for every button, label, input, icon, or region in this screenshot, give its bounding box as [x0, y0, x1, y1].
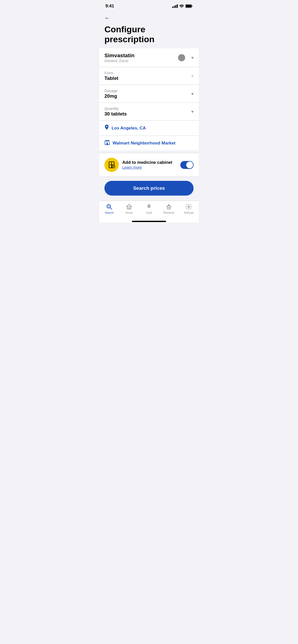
chevron-down-icon: ▾: [191, 55, 194, 61]
prescription-config-section: Simvastatin Generic Zocor ▾ Form Tablet …: [99, 48, 199, 150]
form-label: Form: [104, 71, 188, 75]
svg-line-10: [110, 208, 112, 210]
tab-rewards[interactable]: Rewards: [161, 203, 177, 214]
svg-rect-3: [106, 143, 108, 145]
signal-icon: [172, 4, 178, 8]
search-tab-icon: [106, 203, 113, 210]
quantity-selector-row[interactable]: Quantity 30 tablets ▾: [99, 103, 199, 120]
svg-rect-2: [186, 5, 191, 7]
quantity-label: Quantity: [104, 106, 188, 111]
store-icon: [104, 140, 110, 146]
status-time: 9:41: [105, 4, 114, 9]
svg-rect-13: [128, 208, 130, 209]
home-indicator: [99, 219, 199, 223]
store-text: Walmart Neighborhood Market: [113, 141, 175, 146]
tab-gold[interactable]: Gold: [141, 203, 157, 214]
tab-settings[interactable]: Settings: [181, 203, 196, 214]
search-prices-button[interactable]: Search prices: [104, 181, 194, 196]
status-bar: 9:41: [99, 0, 199, 11]
drug-icon-dot: [178, 54, 185, 61]
chevron-down-icon: ▾: [191, 73, 194, 79]
tab-home[interactable]: Home: [121, 203, 137, 214]
rewards-tab-label: Rewards: [163, 211, 174, 214]
location-pin-icon: [104, 125, 109, 131]
quantity-value: 30 tablets: [104, 111, 188, 117]
medicine-cabinet-icon: [104, 158, 119, 172]
cabinet-svg-icon: [107, 161, 116, 169]
medicine-cabinet-section: Add to medicine cabinet Learn more: [99, 153, 199, 177]
home-tab-label: Home: [125, 211, 133, 214]
chevron-down-icon: ▾: [191, 109, 194, 114]
search-prices-section: Search prices: [99, 177, 199, 201]
search-tab-label: Search: [105, 211, 114, 214]
battery-icon: [185, 4, 193, 8]
settings-tab-label: Settings: [184, 211, 194, 214]
wifi-icon: [179, 5, 184, 8]
toggle-track: [180, 161, 194, 169]
gold-tab-label: Gold: [146, 211, 152, 214]
drug-generic-name: Generic Zocor: [104, 58, 178, 63]
rewards-tab-icon: [166, 203, 172, 210]
status-icons: [172, 4, 193, 8]
home-indicator-bar: [132, 221, 166, 222]
dosage-selector-row[interactable]: Dosage 20mg ▾: [99, 85, 199, 103]
form-value: Tablet: [104, 76, 188, 81]
drug-selector-row[interactable]: Simvastatin Generic Zocor ▾: [99, 48, 199, 67]
toggle-thumb: [186, 162, 193, 168]
medicine-cabinet-title: Add to medicine cabinet: [122, 160, 180, 165]
home-tab-icon: [126, 203, 132, 210]
location-text: Los Angeles, CA: [112, 126, 146, 131]
svg-point-14: [188, 206, 189, 208]
page-title: Configure prescription: [99, 23, 199, 48]
back-arrow-icon: ←: [104, 15, 110, 21]
tab-search[interactable]: Search: [102, 203, 117, 214]
svg-point-11: [108, 205, 110, 207]
dosage-label: Dosage: [104, 89, 188, 93]
form-selector-row[interactable]: Form Tablet ▾: [99, 67, 199, 85]
chevron-down-icon: ▾: [191, 91, 194, 97]
settings-tab-icon: [185, 203, 192, 210]
section-gap: [99, 150, 199, 153]
tab-bar: Search Home Gold Rewards: [99, 201, 199, 219]
drug-name: Simvastatin: [104, 52, 178, 58]
svg-rect-1: [192, 6, 193, 7]
gold-tab-icon: [146, 203, 152, 210]
medicine-cabinet-toggle[interactable]: [180, 161, 194, 169]
location-row[interactable]: Los Angeles, CA: [99, 121, 199, 136]
store-row[interactable]: Walmart Neighborhood Market: [99, 136, 199, 150]
learn-more-link[interactable]: Learn more: [122, 165, 142, 169]
back-button[interactable]: ←: [99, 11, 199, 23]
dosage-value: 20mg: [104, 93, 188, 99]
